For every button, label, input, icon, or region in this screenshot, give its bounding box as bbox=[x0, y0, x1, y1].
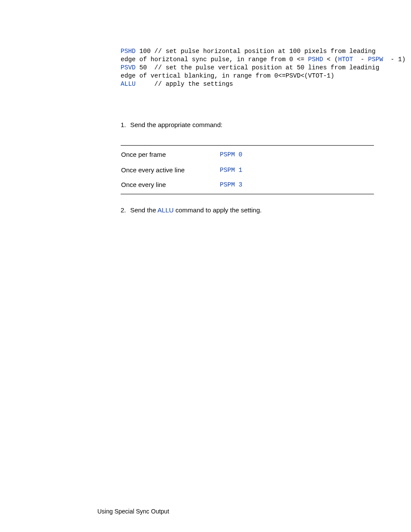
code-text: < ( bbox=[323, 56, 338, 63]
step-number: 2. bbox=[121, 205, 128, 215]
table-row: Once every line PSPM 3 bbox=[121, 177, 374, 194]
code-text: - 1) bbox=[383, 56, 405, 63]
step-1: 1. Send the appropriate command: bbox=[121, 120, 377, 130]
code-keyword: PSPW bbox=[368, 56, 383, 63]
table-row: Once per frame PSPM 0 bbox=[121, 146, 374, 163]
code-text: // apply the settings bbox=[136, 81, 233, 87]
code-keyword: PSHD bbox=[121, 48, 136, 55]
code-keyword: PSVD bbox=[121, 64, 136, 71]
page-footer: Using Special Sync Output bbox=[97, 508, 169, 515]
step-text: command to apply the setting. bbox=[174, 206, 262, 214]
step-list: 1. Send the appropriate command: Once pe… bbox=[121, 120, 377, 215]
step-text: Send the bbox=[130, 206, 157, 214]
table-cell-label: Once per frame bbox=[121, 146, 219, 163]
code-text: edge of horiztonal sync pulse, in range … bbox=[121, 56, 290, 63]
code-keyword: HTOT bbox=[338, 56, 353, 63]
table-cell-command: PSPM 3 bbox=[219, 177, 374, 194]
table-cell-label: Once every line bbox=[121, 177, 219, 194]
table-cell-command: PSPM 0 bbox=[219, 146, 374, 163]
page: PSHD 100 // set pulse horizontal positio… bbox=[0, 0, 411, 532]
code-keyword: PSHD bbox=[308, 56, 323, 63]
code-text: edge of vertical blanking, in range from… bbox=[121, 72, 334, 79]
code-text: 0 <= bbox=[290, 56, 308, 63]
code-keyword: ALLU bbox=[121, 81, 136, 87]
step-text: Send the appropriate command: bbox=[130, 121, 222, 128]
code-text: 100 // set pulse horizontal position at … bbox=[136, 48, 376, 55]
allu-link[interactable]: ALLU bbox=[158, 206, 174, 214]
code-text: - bbox=[353, 56, 368, 63]
table-cell-label: Once every active line bbox=[121, 163, 219, 177]
step-number: 1. bbox=[121, 120, 128, 130]
step-2: 2. Send the ALLU command to apply the se… bbox=[121, 205, 377, 215]
command-table: Once per frame PSPM 0 Once every active … bbox=[121, 145, 377, 194]
table-row: Once every active line PSPM 1 bbox=[121, 163, 374, 177]
code-block: PSHD 100 // set pulse horizontal positio… bbox=[121, 47, 377, 88]
table-cell-command: PSPM 1 bbox=[219, 163, 374, 177]
code-text: 50 // set the pulse vertical position at… bbox=[136, 64, 380, 71]
